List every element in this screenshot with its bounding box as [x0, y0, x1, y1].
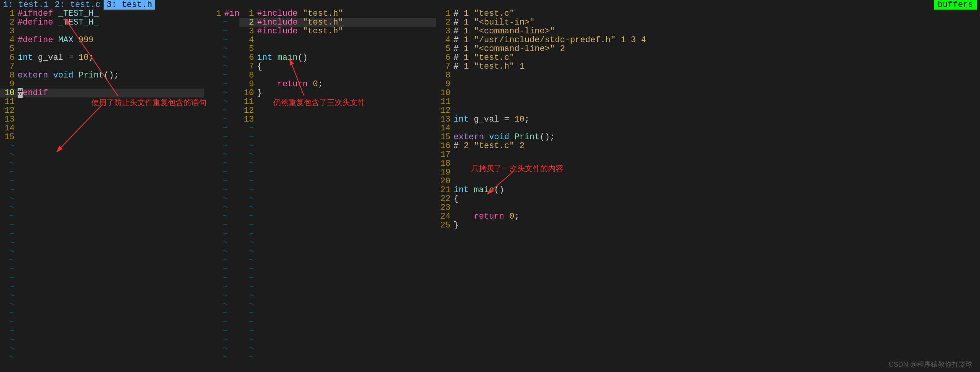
line-number: 18	[436, 159, 454, 168]
code-line[interactable]: 4	[239, 36, 436, 44]
code-content: #ifndef _TEST_H_	[18, 9, 204, 18]
code-line[interactable]: 7	[0, 62, 204, 71]
code-line[interactable]: 3	[0, 27, 204, 36]
code-line[interactable]: 10	[436, 89, 980, 97]
code-line[interactable]: 17	[436, 150, 980, 159]
code-content: #define _TEST_H_	[18, 18, 204, 27]
tab-test-i[interactable]: 1: test.i	[0, 0, 52, 10]
code-line[interactable]: 20	[436, 177, 980, 186]
tilde-icon: ~	[0, 212, 18, 221]
code-line[interactable]: 21int main()	[436, 186, 980, 194]
code-line[interactable]: 8	[239, 71, 436, 80]
empty-line: ~	[0, 212, 204, 221]
line-number: 3	[436, 27, 454, 36]
line-number: 7	[0, 62, 18, 71]
code-line[interactable]: 5	[0, 44, 204, 53]
empty-line: ~	[239, 230, 436, 239]
code-content: int g_val = 10;	[18, 53, 204, 62]
code-line[interactable]: 15extern void Print();	[436, 133, 980, 142]
line-number: 11	[436, 97, 454, 106]
line-number: 11	[239, 97, 257, 106]
code-line[interactable]: 6int main()	[239, 53, 436, 62]
code-content	[454, 89, 980, 97]
code-line[interactable]: 13int g_val = 10;	[436, 115, 980, 124]
code-line[interactable]: 25}	[436, 221, 980, 230]
code-line[interactable]: 16# 2 "test.c" 2	[436, 142, 980, 150]
tilde-icon: ~	[204, 336, 231, 344]
code-line[interactable]: 8extern void Print();	[0, 71, 204, 80]
tilde-icon: ~	[0, 203, 18, 212]
code-line[interactable]: 10}	[239, 89, 436, 97]
code-line[interactable]: 14	[436, 124, 980, 133]
code-line[interactable]: 12	[0, 106, 204, 115]
pane-test-h[interactable]: 1#ifndef _TEST_H_2#define _TEST_H_34#def…	[0, 9, 204, 372]
empty-line: ~	[239, 194, 436, 203]
tilde-icon: ~	[204, 142, 231, 150]
code-line[interactable]: 9 return 0;	[239, 80, 436, 89]
code-line[interactable]: 2#include "test.h"	[239, 18, 436, 27]
code-line[interactable]: 11	[0, 97, 204, 106]
code-line[interactable]: 22{	[436, 194, 980, 203]
empty-line: ~	[204, 203, 239, 212]
code-line[interactable]: 5# 1 "<command-line>" 2	[436, 44, 980, 53]
code-line[interactable]: 12	[436, 106, 980, 115]
tilde-icon: ~	[204, 150, 231, 159]
empty-line: ~	[204, 80, 239, 89]
tab-bar: 1: test.i 2: test.c 3: test.h buffers	[0, 0, 980, 9]
tilde-icon: ~	[204, 274, 231, 283]
empty-line: ~	[239, 186, 436, 194]
code-line[interactable]: 11	[239, 97, 436, 106]
tilde-icon: ~	[0, 274, 18, 283]
code-line[interactable]: 19	[436, 168, 980, 177]
code-line[interactable]: 7{	[239, 62, 436, 71]
empty-line: ~	[0, 327, 204, 336]
code-line[interactable]: 10#endif	[0, 89, 204, 97]
line-number: 6	[239, 53, 257, 62]
code-line[interactable]: 23	[436, 203, 980, 212]
tab-test-h[interactable]: 3: test.h	[104, 0, 155, 10]
code-line[interactable]: 5	[239, 44, 436, 53]
code-line[interactable]: 11	[436, 97, 980, 106]
code-line[interactable]: 1#include "test.h"	[239, 9, 436, 18]
code-line[interactable]: 4#define MAX 999	[0, 36, 204, 44]
tilde-icon: ~	[239, 221, 257, 230]
line-number: 10	[0, 89, 18, 97]
code-line[interactable]: 8	[436, 71, 980, 80]
code-line[interactable]: 12	[239, 106, 436, 115]
code-line[interactable]: 14	[0, 124, 204, 133]
pane-test-c[interactable]: 1#include "test.h"2#include "test.h"3#in…	[239, 9, 436, 372]
line-number: 6	[0, 53, 18, 62]
tab-test-c[interactable]: 2: test.c	[52, 0, 104, 10]
code-content	[18, 97, 204, 106]
buffers-indicator[interactable]: buffers	[934, 0, 977, 10]
code-line[interactable]: 7# 1 "test.h" 1	[436, 62, 980, 71]
code-line[interactable]: 18	[436, 159, 980, 168]
code-line[interactable]: 24 return 0;	[436, 212, 980, 221]
code-line[interactable]: 9	[436, 80, 980, 89]
code-line[interactable]: 13	[239, 115, 436, 124]
code-line[interactable]: 9	[0, 80, 204, 89]
tilde-icon: ~	[204, 89, 231, 97]
line-number: 5	[436, 44, 454, 53]
code-line[interactable]: 15	[0, 133, 204, 142]
empty-line: ~	[204, 247, 239, 256]
code-line[interactable]: 6int g_val = 10;	[0, 53, 204, 62]
empty-line: ~	[204, 71, 239, 80]
code-line[interactable]: 4# 1 "/usr/include/stdc-predef.h" 1 3 4	[436, 36, 980, 44]
code-content	[18, 27, 204, 36]
line-number: 10	[436, 89, 454, 97]
code-line[interactable]: 2#define _TEST_H_	[0, 18, 204, 27]
empty-line: ~	[239, 239, 436, 247]
code-line[interactable]: 13	[0, 115, 204, 124]
code-line[interactable]: 3#include "test.h"	[239, 27, 436, 36]
tilde-icon: ~	[204, 186, 231, 194]
empty-line: ~	[239, 133, 436, 142]
code-line[interactable]: 6# 1 "test.c"	[436, 53, 980, 62]
code-line[interactable]: 2# 1 "<built-in>"	[436, 18, 980, 27]
empty-line: ~	[204, 327, 239, 336]
pane-test-i[interactable]: 1# 1 "test.c"2# 1 "<built-in>"3# 1 "<com…	[436, 9, 980, 372]
code-line[interactable]: 1#ifndef _TEST_H_	[0, 9, 204, 18]
tilde-icon: ~	[0, 168, 18, 177]
code-line[interactable]: 1# 1 "test.c"	[436, 9, 980, 18]
code-line[interactable]: 3# 1 "<command-line>"	[436, 27, 980, 36]
